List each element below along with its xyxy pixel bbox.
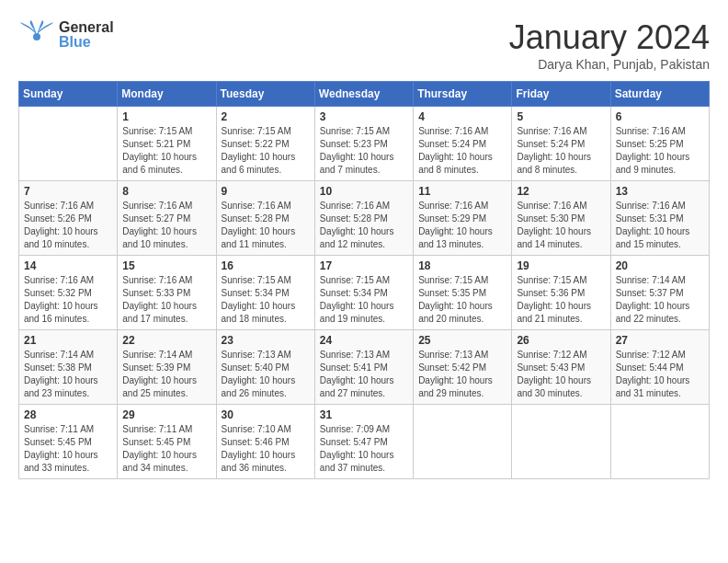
calendar-cell: 4Sunrise: 7:16 AM Sunset: 5:24 PM Daylig… [414, 107, 512, 181]
day-info: Sunrise: 7:10 AM Sunset: 5:46 PM Dayligh… [222, 423, 310, 475]
header-cell-monday: Monday [118, 82, 216, 107]
calendar-cell: 27Sunrise: 7:12 AM Sunset: 5:44 PM Dayli… [610, 330, 709, 405]
day-info: Sunrise: 7:14 AM Sunset: 5:39 PM Dayligh… [122, 349, 210, 400]
calendar-cell: 8Sunrise: 7:16 AM Sunset: 5:27 PM Daylig… [118, 181, 216, 256]
calendar-cell: 16Sunrise: 7:15 AM Sunset: 5:34 PM Dayli… [216, 256, 314, 330]
day-number: 29 [122, 408, 210, 421]
calendar-cell: 26Sunrise: 7:12 AM Sunset: 5:43 PM Dayli… [512, 330, 610, 405]
logo: General Blue [18, 18, 114, 52]
day-number: 18 [418, 259, 506, 272]
day-info: Sunrise: 7:16 AM Sunset: 5:28 PM Dayligh… [320, 200, 408, 251]
logo-label: General Blue [59, 20, 114, 50]
day-number: 20 [616, 259, 704, 272]
day-info: Sunrise: 7:13 AM Sunset: 5:40 PM Dayligh… [222, 349, 310, 400]
calendar-cell [19, 107, 118, 181]
day-info: Sunrise: 7:16 AM Sunset: 5:31 PM Dayligh… [616, 200, 704, 251]
calendar-cell: 5Sunrise: 7:16 AM Sunset: 5:24 PM Daylig… [512, 107, 610, 181]
calendar-cell: 11Sunrise: 7:16 AM Sunset: 5:29 PM Dayli… [414, 181, 512, 256]
calendar-cell: 2Sunrise: 7:15 AM Sunset: 5:22 PM Daylig… [216, 107, 314, 181]
week-row-3: 14Sunrise: 7:16 AM Sunset: 5:32 PM Dayli… [19, 256, 710, 330]
calendar-cell: 1Sunrise: 7:15 AM Sunset: 5:21 PM Daylig… [118, 107, 216, 181]
calendar-cell: 31Sunrise: 7:09 AM Sunset: 5:47 PM Dayli… [314, 405, 413, 479]
page-header: General Blue January 2024 Darya Khan, Pu… [18, 18, 710, 72]
day-number: 21 [24, 334, 112, 347]
day-number: 14 [24, 259, 112, 272]
calendar-cell: 13Sunrise: 7:16 AM Sunset: 5:31 PM Dayli… [610, 181, 709, 256]
day-info: Sunrise: 7:15 AM Sunset: 5:23 PM Dayligh… [320, 125, 408, 177]
day-number: 9 [222, 185, 310, 198]
day-number: 22 [122, 334, 210, 347]
day-number: 19 [517, 259, 605, 272]
day-info: Sunrise: 7:15 AM Sunset: 5:35 PM Dayligh… [418, 274, 506, 326]
calendar-cell: 28Sunrise: 7:11 AM Sunset: 5:45 PM Dayli… [19, 405, 118, 479]
day-number: 28 [24, 408, 112, 421]
day-number: 25 [418, 334, 506, 347]
day-info: Sunrise: 7:16 AM Sunset: 5:28 PM Dayligh… [222, 200, 310, 251]
day-number: 15 [122, 259, 210, 272]
calendar-cell: 14Sunrise: 7:16 AM Sunset: 5:32 PM Dayli… [19, 256, 118, 330]
calendar-cell: 22Sunrise: 7:14 AM Sunset: 5:39 PM Dayli… [118, 330, 216, 405]
calendar-cell: 29Sunrise: 7:11 AM Sunset: 5:45 PM Dayli… [118, 405, 216, 479]
day-info: Sunrise: 7:16 AM Sunset: 5:24 PM Dayligh… [418, 125, 506, 177]
day-info: Sunrise: 7:16 AM Sunset: 5:24 PM Dayligh… [517, 125, 605, 177]
day-number: 4 [418, 110, 506, 123]
header-cell-friday: Friday [512, 82, 610, 107]
month-title: January 2024 [509, 18, 710, 57]
calendar-cell: 20Sunrise: 7:14 AM Sunset: 5:37 PM Dayli… [610, 256, 709, 330]
day-info: Sunrise: 7:16 AM Sunset: 5:25 PM Dayligh… [616, 125, 704, 177]
title-block: January 2024 Darya Khan, Punjab, Pakista… [509, 18, 710, 72]
day-info: Sunrise: 7:11 AM Sunset: 5:45 PM Dayligh… [24, 423, 112, 475]
calendar-cell: 25Sunrise: 7:13 AM Sunset: 5:42 PM Dayli… [414, 330, 512, 405]
day-number: 1 [122, 110, 210, 123]
day-info: Sunrise: 7:09 AM Sunset: 5:47 PM Dayligh… [320, 423, 408, 475]
header-cell-saturday: Saturday [610, 82, 709, 107]
logo-blue-text: Blue [59, 35, 114, 50]
week-row-1: 1Sunrise: 7:15 AM Sunset: 5:21 PM Daylig… [19, 107, 710, 181]
day-number: 11 [418, 185, 506, 198]
calendar-table: SundayMondayTuesdayWednesdayThursdayFrid… [18, 81, 710, 479]
calendar-cell: 15Sunrise: 7:16 AM Sunset: 5:33 PM Dayli… [118, 256, 216, 330]
calendar-cell: 23Sunrise: 7:13 AM Sunset: 5:40 PM Dayli… [216, 330, 314, 405]
logo-general-text: General [59, 20, 114, 35]
day-number: 23 [222, 334, 310, 347]
day-number: 12 [517, 185, 605, 198]
week-row-4: 21Sunrise: 7:14 AM Sunset: 5:38 PM Dayli… [19, 330, 710, 405]
week-row-5: 28Sunrise: 7:11 AM Sunset: 5:45 PM Dayli… [19, 405, 710, 479]
day-info: Sunrise: 7:14 AM Sunset: 5:38 PM Dayligh… [24, 349, 112, 400]
day-number: 7 [24, 185, 112, 198]
calendar-cell: 18Sunrise: 7:15 AM Sunset: 5:35 PM Dayli… [414, 256, 512, 330]
day-info: Sunrise: 7:12 AM Sunset: 5:43 PM Dayligh… [517, 349, 605, 400]
calendar-cell: 17Sunrise: 7:15 AM Sunset: 5:34 PM Dayli… [314, 256, 413, 330]
calendar-header: SundayMondayTuesdayWednesdayThursdayFrid… [19, 82, 710, 107]
day-number: 2 [222, 110, 310, 123]
day-number: 3 [320, 110, 408, 123]
header-row: SundayMondayTuesdayWednesdayThursdayFrid… [19, 82, 710, 107]
calendar-cell: 10Sunrise: 7:16 AM Sunset: 5:28 PM Dayli… [314, 181, 413, 256]
day-info: Sunrise: 7:13 AM Sunset: 5:41 PM Dayligh… [320, 349, 408, 400]
day-number: 26 [517, 334, 605, 347]
logo-icon [18, 18, 55, 52]
day-info: Sunrise: 7:14 AM Sunset: 5:37 PM Dayligh… [616, 274, 704, 326]
calendar-cell: 19Sunrise: 7:15 AM Sunset: 5:36 PM Dayli… [512, 256, 610, 330]
calendar-body: 1Sunrise: 7:15 AM Sunset: 5:21 PM Daylig… [19, 107, 710, 479]
calendar-cell [512, 405, 610, 479]
day-number: 30 [222, 408, 310, 421]
day-number: 5 [517, 110, 605, 123]
day-info: Sunrise: 7:11 AM Sunset: 5:45 PM Dayligh… [122, 423, 210, 475]
calendar-cell: 24Sunrise: 7:13 AM Sunset: 5:41 PM Dayli… [314, 330, 413, 405]
calendar-cell: 7Sunrise: 7:16 AM Sunset: 5:26 PM Daylig… [19, 181, 118, 256]
location: Darya Khan, Punjab, Pakistan [509, 57, 710, 72]
calendar-cell: 6Sunrise: 7:16 AM Sunset: 5:25 PM Daylig… [610, 107, 709, 181]
calendar-cell: 30Sunrise: 7:10 AM Sunset: 5:46 PM Dayli… [216, 405, 314, 479]
day-number: 17 [320, 259, 408, 272]
day-info: Sunrise: 7:16 AM Sunset: 5:27 PM Dayligh… [122, 200, 210, 251]
day-number: 6 [616, 110, 704, 123]
day-info: Sunrise: 7:16 AM Sunset: 5:32 PM Dayligh… [24, 274, 112, 326]
day-info: Sunrise: 7:13 AM Sunset: 5:42 PM Dayligh… [418, 349, 506, 400]
day-number: 8 [122, 185, 210, 198]
day-number: 24 [320, 334, 408, 347]
day-info: Sunrise: 7:16 AM Sunset: 5:33 PM Dayligh… [122, 274, 210, 326]
week-row-2: 7Sunrise: 7:16 AM Sunset: 5:26 PM Daylig… [19, 181, 710, 256]
day-info: Sunrise: 7:15 AM Sunset: 5:34 PM Dayligh… [222, 274, 310, 326]
calendar-cell [414, 405, 512, 479]
